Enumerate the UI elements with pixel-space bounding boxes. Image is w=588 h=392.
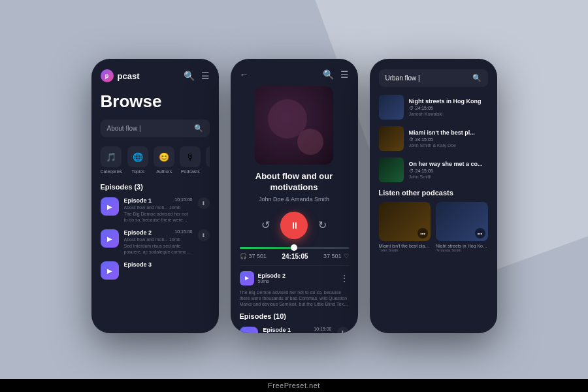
menu-icon[interactable]: ☰ bbox=[201, 71, 210, 81]
browse-search-bar[interactable]: About flow | 🔍 bbox=[101, 120, 210, 137]
ep2-info: Episode 2 10:15:00 About flow and moti..… bbox=[124, 229, 193, 255]
player-menu-icon[interactable]: ☰ bbox=[340, 69, 349, 80]
episode-item-2[interactable]: ▶ Episode 2 10:15:00 About flow and moti… bbox=[101, 229, 210, 255]
pause-icon: ⏸ bbox=[290, 220, 299, 231]
ep1-info: Episode 1 10:15:00 About flow and moti..… bbox=[124, 197, 193, 223]
player-search-icon[interactable]: 🔍 bbox=[323, 69, 334, 80]
result-time-1: ⏱ 24:15:05 bbox=[409, 106, 488, 110]
ep3-info: Episode 3 bbox=[124, 261, 210, 269]
player-ep1-item[interactable]: ▶ Episode 1 10:15:00 23 May 2019 ⬇ bbox=[240, 327, 349, 333]
listen-title: Listen other podcasts bbox=[379, 189, 488, 197]
result-author-3: John Smith bbox=[409, 174, 488, 179]
ep1-download-btn[interactable]: ⬇ bbox=[198, 197, 210, 209]
tab-topics[interactable]: 🌐 Topics bbox=[127, 146, 148, 174]
progress-bar[interactable] bbox=[240, 247, 349, 249]
result-thumb-3 bbox=[379, 157, 404, 182]
progress-times: 🎧 37 501 24:15:05 37 501 ♡ bbox=[240, 253, 349, 260]
browse-header: p pcast 🔍 ☰ bbox=[101, 69, 210, 82]
watermark-text: FreePreset.net bbox=[268, 382, 320, 389]
result-thumb-2 bbox=[379, 126, 404, 151]
ep2-detail-icon: ▶ bbox=[240, 271, 254, 286]
ep2-detail-info: ▶ Episode 2 50mb bbox=[240, 271, 286, 286]
back-button[interactable]: ← bbox=[240, 69, 249, 80]
heart-icon[interactable]: ♡ bbox=[344, 253, 349, 259]
player-ep1-download-btn[interactable]: ⬇ bbox=[337, 327, 349, 333]
time-right: 37 501 ♡ bbox=[323, 253, 349, 259]
time-left: 🎧 37 501 bbox=[240, 253, 267, 259]
result-info-2: Miami isn't the best pl... ⏱ 24:15:05 Jo… bbox=[409, 129, 488, 148]
headphone-icon: 🎧 bbox=[240, 253, 247, 259]
result-item-1[interactable]: Night streets in Hog Kong ⏱ 24:15:05 Jan… bbox=[379, 95, 488, 120]
result-item-3[interactable]: On her way she met a co... ⏱ 24:15:05 Jo… bbox=[379, 157, 488, 182]
ep1-size: 10mb bbox=[169, 205, 181, 210]
ep2-detail-name: Episode 2 bbox=[258, 272, 286, 279]
result-name-2: Miami isn't the best pl... bbox=[409, 129, 488, 136]
ep2-detail-text: Episode 2 50mb bbox=[258, 272, 286, 284]
result-author-2: John Smith & Katy Doe bbox=[409, 143, 488, 148]
ep1-icon: ▶ bbox=[101, 197, 119, 216]
pause-button[interactable]: ⏸ bbox=[280, 212, 308, 239]
tab-podcasts[interactable]: 🎙 Podcasts bbox=[180, 146, 201, 174]
clock-icon-3: ⏱ bbox=[409, 169, 414, 173]
episode-item-3[interactable]: ▶ Episode 3 bbox=[101, 261, 210, 280]
ep1-name: Episode 1 bbox=[124, 197, 152, 204]
result-info-3: On her way she met a co... ⏱ 24:15:05 Jo… bbox=[409, 161, 488, 179]
ep2-size: 10mb bbox=[169, 237, 181, 242]
result-time-3: ⏱ 24:15:05 bbox=[409, 169, 488, 173]
episode-item-1[interactable]: ▶ Episode 1 10:15:00 About flow and moti… bbox=[101, 197, 210, 223]
ep2-desc: Sed interdum risus sed ante posuere, ac … bbox=[124, 243, 193, 255]
skip-forward-button[interactable]: ↻ bbox=[318, 219, 327, 231]
podcast-badge-2: ••• bbox=[475, 228, 485, 238]
category-tabs: 🎵 Categories 🌐 Topics 😊 Authors 🎙 Podcas… bbox=[101, 146, 210, 174]
ep2-time: 10:15:00 bbox=[174, 229, 192, 234]
logo-area: p pcast bbox=[101, 69, 140, 82]
app-name: pcast bbox=[118, 71, 140, 81]
ep3-name: Episode 3 bbox=[124, 261, 152, 268]
player-ep1-name: Episode 1 bbox=[263, 327, 291, 333]
result-name-3: On her way she met a co... bbox=[409, 161, 488, 167]
tab-categories[interactable]: 🎵 Categories bbox=[101, 146, 123, 174]
ep2-name: Episode 2 bbox=[124, 229, 152, 236]
search-icon-small: 🔍 bbox=[194, 124, 203, 133]
episodes-section-title: Episodes (3) bbox=[101, 183, 210, 191]
tab-authors-label: Authors bbox=[156, 169, 172, 174]
player-controls: ↺ ⏸ ↻ bbox=[240, 212, 349, 239]
ep1-sub: About flow and moti... 10mb bbox=[124, 205, 193, 210]
progress-section: 🎧 37 501 24:15:05 37 501 ♡ bbox=[240, 247, 349, 260]
authors-icon: 😊 bbox=[154, 146, 174, 167]
podcast-name-2: Night streets in Hog Kong bbox=[436, 244, 488, 248]
podcast-author-1: John Smith bbox=[379, 248, 431, 252]
search-bar-results[interactable]: Urban flow | 🔍 bbox=[379, 69, 488, 87]
podcast-thumb-1: ••• bbox=[379, 202, 431, 241]
phone-browse: p pcast 🔍 ☰ Browse About flow | 🔍 🎵 C bbox=[91, 59, 219, 333]
player-ep1-info: Episode 1 10:15:00 23 May 2019 bbox=[263, 327, 332, 333]
categories-icon: 🎵 bbox=[101, 146, 122, 167]
search-value: Urban flow | bbox=[385, 74, 420, 82]
ep2-more-icon[interactable]: ⋮ bbox=[340, 273, 349, 284]
search-results-icon: 🔍 bbox=[472, 74, 482, 82]
tab-episodes[interactable]: ▶ Epi... bbox=[206, 146, 209, 174]
result-item-2[interactable]: Miami isn't the best pl... ⏱ 24:15:05 Jo… bbox=[379, 126, 488, 151]
ep1-time: 10:15:00 bbox=[174, 197, 192, 202]
tab-podcasts-label: Podcasts bbox=[181, 169, 200, 174]
clock-icon-1: ⏱ bbox=[409, 106, 414, 110]
listen-section: Listen other podcasts ••• Miami isn't th… bbox=[379, 189, 488, 252]
search-icon[interactable]: 🔍 bbox=[184, 71, 195, 81]
podcast-grid: ••• Miami isn't the best place to live J… bbox=[379, 202, 488, 252]
podcast-thumb-2: ••• bbox=[436, 202, 488, 241]
ep2-download-btn[interactable]: ⬇ bbox=[198, 229, 210, 241]
podcast-author-2: Amanda Smith bbox=[436, 248, 488, 252]
time-right-value: 37 501 bbox=[323, 253, 342, 259]
ep2-sub: About flow and moti... 10mb bbox=[124, 237, 193, 242]
clock-icon-2: ⏱ bbox=[409, 137, 414, 142]
ep1-desc: The Big Demoe advised her not to do so, … bbox=[124, 211, 193, 223]
podcast-card-2[interactable]: ••• Night streets in Hog Kong Amanda Smi… bbox=[436, 202, 488, 252]
skip-back-button[interactable]: ↺ bbox=[261, 219, 270, 231]
ep2-icon: ▶ bbox=[101, 229, 119, 248]
result-info-1: Night streets in Hog Kong ⏱ 24:15:05 Jan… bbox=[409, 98, 488, 116]
current-episode-row: ▶ Episode 2 50mb ⋮ bbox=[240, 271, 349, 286]
phone-search: Urban flow | 🔍 Night streets in Hog Kong… bbox=[370, 59, 497, 333]
podcast-card-1[interactable]: ••• Miami isn't the best place to live J… bbox=[379, 202, 431, 252]
tab-authors[interactable]: 😊 Authors bbox=[154, 146, 174, 174]
tab-topics-label: Topics bbox=[131, 169, 144, 174]
